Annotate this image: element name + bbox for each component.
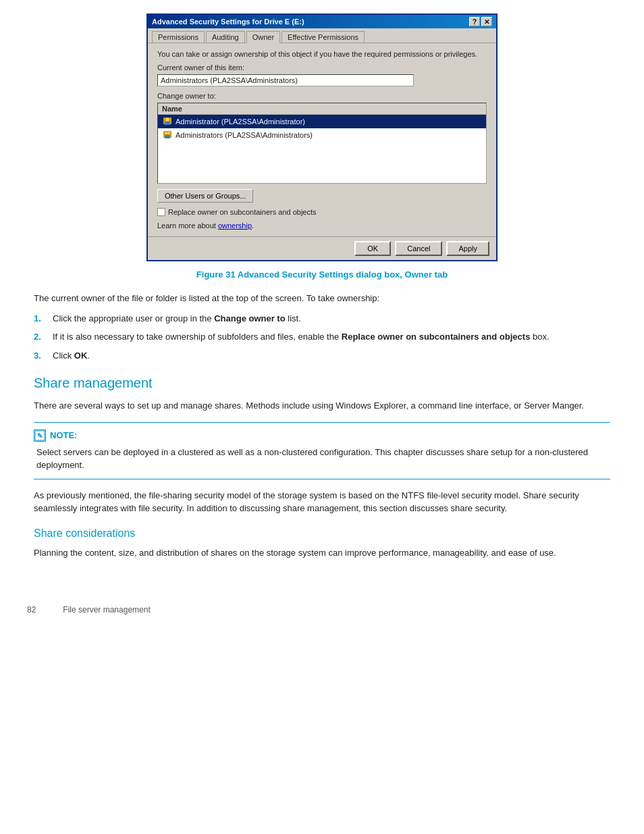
current-owner-value: Administrators (PLA2SSA\Administrators)	[157, 74, 414, 86]
subsection-heading: Share considerations	[34, 527, 610, 540]
note-icon: ✎	[34, 429, 46, 442]
note-label: ✎ NOTE:	[34, 429, 610, 442]
checkbox-label: Replace owner on subcontainers and objec…	[168, 208, 317, 216]
section-heading: Share management	[34, 375, 610, 391]
learn-more-prefix: Learn more about	[157, 221, 218, 230]
current-owner-label: Current owner of this item:	[157, 63, 487, 72]
learn-more-row: Learn more about ownership.	[157, 221, 487, 230]
dialog-content: You can take or assign ownership of this…	[148, 43, 496, 236]
dialog-wrapper: Advanced Security Settings for Drive E (…	[27, 14, 617, 261]
svg-point-5	[165, 132, 167, 134]
svg-rect-1	[165, 122, 170, 125]
tab-permissions[interactable]: Permissions	[152, 31, 205, 43]
figure-caption: Figure 31 Advanced Security Settings dia…	[27, 269, 617, 280]
step-3-num: 3.	[34, 349, 46, 363]
change-owner-listbox[interactable]: Name Administrator (PLA2SSA\Administrato…	[157, 103, 487, 184]
replace-owner-checkbox[interactable]	[157, 208, 165, 216]
dialog-tabs: Permissions Auditing Owner Effective Per…	[148, 28, 496, 43]
other-users-row: Other Users or Groups...	[157, 189, 487, 203]
apply-button[interactable]: Apply	[446, 241, 489, 256]
step-1-text: Click the appropriate user or group in t…	[53, 312, 610, 325]
svg-point-2	[166, 118, 169, 122]
user-icon	[162, 116, 173, 127]
cancel-button[interactable]: Cancel	[395, 241, 442, 256]
tab-auditing[interactable]: Auditing	[206, 31, 245, 43]
dialog-titlebar: Advanced Security Settings for Drive E (…	[148, 15, 496, 28]
listbox-header: Name	[158, 103, 486, 115]
page-footer: 82 File server management	[27, 600, 617, 615]
step-2-num: 2.	[34, 330, 46, 344]
help-button[interactable]: ?	[469, 17, 480, 26]
listbox-item-label: Administrators (PLA2SSA\Administrators)	[176, 131, 313, 139]
dialog-titlebar-buttons: ? ✕	[469, 17, 492, 26]
footer-text: File server management	[63, 605, 150, 615]
checkbox-row: Replace owner on subcontainers and objec…	[157, 208, 487, 216]
step-3-text: Click OK.	[53, 349, 610, 363]
subsection-body: Planning the content, size, and distribu…	[34, 546, 610, 560]
dialog-box: Advanced Security Settings for Drive E (…	[146, 14, 498, 261]
svg-text:✎: ✎	[37, 432, 43, 440]
intro-text: The current owner of the file or folder …	[34, 292, 610, 305]
dialog-footer: OK Cancel Apply	[148, 236, 496, 260]
section-body: There are several ways to set up and man…	[34, 399, 610, 413]
learn-more-suffix: .	[252, 221, 254, 230]
steps-list: 1. Click the appropriate user or group i…	[34, 312, 610, 363]
change-owner-label: Change owner to:	[157, 92, 487, 100]
close-button[interactable]: ✕	[481, 17, 492, 26]
ownership-link[interactable]: ownership	[218, 221, 252, 230]
step-1-num: 1.	[34, 312, 46, 325]
dialog-description: You can take or assign ownership of this…	[157, 50, 487, 58]
content-body: The current owner of the file or folder …	[27, 292, 617, 559]
note-text: Select servers can be deployed in a clus…	[34, 446, 610, 472]
listbox-item-label: Administrator (PLA2SSA\Administrator)	[176, 118, 305, 126]
svg-rect-4	[165, 135, 170, 138]
users-icon	[162, 130, 173, 140]
tab-owner[interactable]: Owner	[246, 31, 280, 43]
tab-effective-permissions[interactable]: Effective Permissions	[281, 31, 365, 43]
listbox-item[interactable]: Administrator (PLA2SSA\Administrator)	[158, 115, 486, 128]
ok-button[interactable]: OK	[354, 241, 391, 256]
step-3: 3. Click OK.	[34, 349, 610, 363]
other-users-button[interactable]: Other Users or Groups...	[157, 189, 253, 203]
step-1: 1. Click the appropriate user or group i…	[34, 312, 610, 325]
step-2-text: If it is also necessary to take ownershi…	[53, 330, 610, 344]
svg-point-6	[167, 132, 170, 134]
after-note-text: As previously mentioned, the file-sharin…	[34, 489, 610, 515]
page-number: 82	[27, 605, 36, 615]
note-box: ✎ NOTE: Select servers can be deployed i…	[34, 422, 610, 479]
step-2: 2. If it is also necessary to take owner…	[34, 330, 610, 344]
dialog-title: Advanced Security Settings for Drive E (…	[152, 18, 304, 26]
listbox-item[interactable]: Administrators (PLA2SSA\Administrators)	[158, 128, 486, 142]
